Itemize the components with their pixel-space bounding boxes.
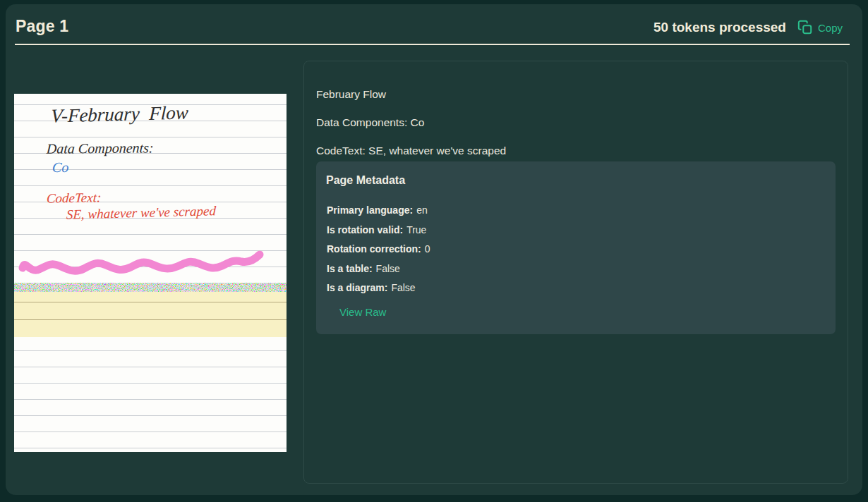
handwritten-co: Co <box>52 159 69 176</box>
page-scan-image: V-February Flow Data Components: Co Code… <box>14 94 287 452</box>
handwritten-data-components: Data Components: <box>46 140 154 157</box>
metadata-row-primary-language: Primary language:en <box>327 204 428 216</box>
page-card: Page 1 50 tokens processed Copy V-Februa… <box>6 4 862 495</box>
view-raw-link[interactable]: View Raw <box>339 306 386 318</box>
copy-button-label: Copy <box>818 22 843 34</box>
handwritten-codetext: CodeText: <box>46 190 102 206</box>
scan-noise-band <box>14 283 287 292</box>
metadata-label: Is a table: <box>327 263 373 274</box>
header-divider <box>15 44 850 45</box>
ruled-paper-bottom <box>14 337 287 452</box>
extracted-text-panel: February Flow Data Components: Co CodeTe… <box>303 61 848 484</box>
page-metadata-box: Page Metadata Primary language:en Is rot… <box>316 161 836 334</box>
metadata-row-is-diagram: Is a diagram:False <box>327 282 416 293</box>
metadata-value: 0 <box>425 243 430 255</box>
metadata-row-rotation-correction: Rotation correction:0 <box>327 243 430 255</box>
metadata-row-rotation-valid: Is rotation valid:True <box>327 224 426 235</box>
copy-button[interactable]: Copy <box>797 20 843 35</box>
metadata-label: Is a diagram: <box>327 282 387 293</box>
handwritten-title: V-February Flow <box>50 102 188 127</box>
page-title: Page 1 <box>16 17 68 36</box>
metadata-label: Rotation correction: <box>327 243 421 255</box>
header-actions: 50 tokens processed Copy <box>653 20 843 35</box>
metadata-row-is-table: Is a table:False <box>327 263 400 274</box>
metadata-label: Primary language: <box>327 204 413 216</box>
metadata-value: True <box>406 224 426 235</box>
copy-icon <box>797 20 813 35</box>
metadata-value: False <box>376 263 400 274</box>
extracted-line-codetext: CodeText: SE, whatever we've scraped <box>316 145 836 157</box>
yellow-paper-section <box>14 292 287 337</box>
metadata-title: Page Metadata <box>326 174 405 187</box>
metadata-value: False <box>391 282 415 293</box>
tokens-processed-label: 50 tokens processed <box>653 20 786 35</box>
extracted-line-data-components: Data Components: Co <box>316 116 836 129</box>
pink-marker-squiggle <box>14 246 287 278</box>
metadata-value: en <box>416 204 428 216</box>
extracted-line-title: February Flow <box>316 88 836 101</box>
metadata-label: Is rotation valid: <box>327 224 403 235</box>
